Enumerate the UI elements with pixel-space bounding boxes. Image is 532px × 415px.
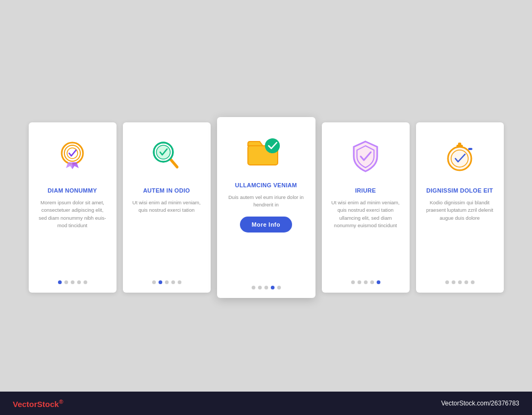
card-5-desc: Kodio dignissim qui blandit praesent lup… <box>425 199 495 222</box>
dot <box>152 280 156 284</box>
card-4-desc: Ut wisi enim ad minim veniam, quis nostr… <box>330 199 401 229</box>
card-3-desc: Duis autem vel eum iriure dolor in hendr… <box>226 194 307 209</box>
cards-container: DIAM NONUMMY Morem ipsum dolor sit amet,… <box>18 106 514 309</box>
dot <box>171 280 175 284</box>
dot <box>77 280 81 284</box>
dot <box>71 280 74 284</box>
card-1-title: DIAM NONUMMY <box>48 187 97 194</box>
card-2-dots <box>152 276 181 284</box>
dot <box>64 280 68 284</box>
dot <box>370 280 374 284</box>
dot <box>258 286 262 289</box>
svg-point-6 <box>156 145 170 159</box>
svg-point-10 <box>265 138 280 153</box>
card-3: ULLAMCING VENIAM Duis autem vel eum iriu… <box>217 117 315 298</box>
card-1-desc: Morem ipsum dolor sit amet, consectetuer… <box>37 199 108 229</box>
magnifier-icon <box>145 135 188 178</box>
more-info-button[interactable]: More Info <box>240 217 292 233</box>
card-5-dots <box>445 276 475 284</box>
svg-marker-4 <box>72 162 79 169</box>
dot <box>364 280 368 284</box>
dot <box>458 280 462 284</box>
dot <box>58 280 62 284</box>
card-4-title: IRIURE <box>355 187 376 194</box>
dot <box>445 280 449 284</box>
svg-marker-3 <box>66 162 72 169</box>
dot <box>358 280 361 284</box>
card-2-desc: Ut wisi enim ad minim veniam, quis nostr… <box>131 199 202 214</box>
watermark-logo: VectorStock® <box>13 399 63 409</box>
dot <box>84 280 87 284</box>
folder-icon <box>245 130 287 172</box>
card-4-dots <box>351 276 380 284</box>
card-2: AUTEM IN ODIO Ut wisi enim ad minim veni… <box>123 122 211 293</box>
watermark-bar: VectorStock® VectorStock.com/26376783 <box>0 392 532 415</box>
dot <box>452 280 455 284</box>
svg-rect-14 <box>458 143 461 146</box>
medal-icon <box>51 135 94 178</box>
watermark-url: VectorStock.com/26376783 <box>441 400 519 407</box>
dot <box>165 280 169 284</box>
card-4: IRIURE Ut wisi enim ad minim veniam, qui… <box>322 122 410 293</box>
timer-icon <box>438 135 481 178</box>
svg-rect-15 <box>468 148 472 150</box>
card-3-title: ULLAMCING VENIAM <box>235 182 297 188</box>
shield-icon <box>344 135 387 178</box>
watermark-brand: VectorStock <box>13 400 59 409</box>
registered-symbol: ® <box>59 399 63 405</box>
card-5-title: DIGNISSIM DOLOE EIT <box>426 187 493 194</box>
card-5: DIGNISSIM DOLOE EIT Kodio dignissim qui … <box>416 122 504 293</box>
card-1-dots <box>58 276 87 284</box>
dot <box>351 280 355 284</box>
dot <box>264 286 268 289</box>
dot <box>178 280 181 284</box>
dot <box>159 280 162 284</box>
dot <box>277 286 281 289</box>
dot <box>377 280 380 284</box>
svg-line-7 <box>171 160 177 167</box>
card-3-dots <box>252 281 281 289</box>
card-2-title: AUTEM IN ODIO <box>143 187 190 194</box>
dot <box>464 280 468 284</box>
dot <box>252 286 255 289</box>
card-1: DIAM NONUMMY Morem ipsum dolor sit amet,… <box>29 122 117 293</box>
dot <box>471 280 475 284</box>
dot <box>271 286 275 289</box>
